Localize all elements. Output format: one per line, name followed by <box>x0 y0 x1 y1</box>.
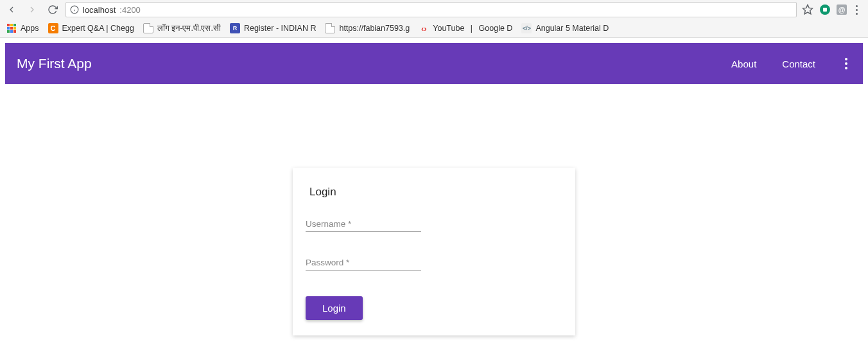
username-input[interactable] <box>306 215 421 232</box>
indian-icon: R <box>230 23 240 33</box>
nav-about[interactable]: About <box>731 58 756 69</box>
brackets-icon: ‹› <box>419 23 429 33</box>
reload-button[interactable] <box>45 2 60 17</box>
code-icon: </> <box>521 23 532 33</box>
username-field-wrapper: Username * <box>306 215 421 232</box>
file-icon <box>325 23 335 33</box>
bookmarks-bar: Apps C Expert Q&A | Chegg लॉग इन-एम.पी.ए… <box>0 19 868 37</box>
nav-contact[interactable]: Contact <box>782 58 815 69</box>
app-nav: About Contact <box>731 54 851 73</box>
login-card: Login Username * Password * Login <box>293 168 575 335</box>
password-field-wrapper: Password * <box>306 254 421 271</box>
url-port: :4200 <box>119 5 141 15</box>
password-input[interactable] <box>306 254 421 271</box>
app-header: My First App About Contact <box>5 43 863 84</box>
extension-gray-icon[interactable]: @ <box>837 4 847 15</box>
url-field[interactable]: localhost:4200 <box>65 2 797 17</box>
bookmark-apps[interactable]: Apps <box>6 23 39 33</box>
login-title: Login <box>309 186 562 199</box>
apps-grid-icon <box>6 23 17 33</box>
bookmark-fabian[interactable]: https://fabian7593.g <box>325 23 410 33</box>
url-host: localhost <box>83 5 116 15</box>
browser-chrome: localhost:4200 @ Apps C Expert Q&A | Che… <box>0 0 868 38</box>
svg-marker-3 <box>803 5 813 14</box>
bookmark-chegg[interactable]: C Expert Q&A | Chegg <box>48 23 134 33</box>
url-icons-right: @ <box>802 3 864 17</box>
bookmark-star-icon[interactable] <box>802 4 813 15</box>
bookmark-indian[interactable]: R Register - INDIAN R <box>230 23 317 33</box>
login-button[interactable]: Login <box>306 296 363 320</box>
back-button[interactable] <box>4 2 19 17</box>
file-icon <box>143 23 153 33</box>
bookmark-mpsc[interactable]: लॉग इन-एम.पी.एस.सी <box>143 23 221 33</box>
more-menu-icon[interactable] <box>841 54 851 73</box>
extension-green-icon[interactable] <box>820 4 830 15</box>
url-bar-row: localhost:4200 @ <box>0 0 868 19</box>
chegg-icon: C <box>48 23 58 33</box>
bookmark-youtube-google[interactable]: ‹› YouTube | Google D <box>419 23 512 33</box>
forward-button <box>24 2 40 17</box>
bookmark-angular[interactable]: </> Angular 5 Material D <box>521 23 609 33</box>
app-title: My First App <box>17 56 92 71</box>
chrome-menu-icon[interactable] <box>853 3 860 17</box>
app-viewport: My First App About Contact Login Usernam… <box>0 38 868 341</box>
info-icon <box>70 5 79 14</box>
content-area: Login Username * Password * Login <box>5 84 863 335</box>
